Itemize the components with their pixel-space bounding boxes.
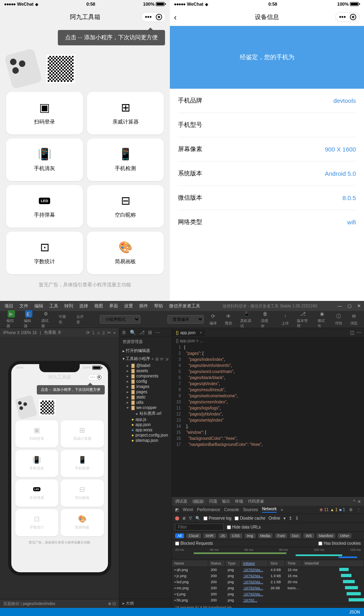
throttle-select[interactable]: Online <box>269 516 280 520</box>
device-select[interactable]: iPhone X 100% 16 <box>3 330 37 335</box>
tree-app.json[interactable]: ●app.json <box>119 422 171 427</box>
card-phone-clean[interactable]: 📳手机清灰 <box>6 139 83 181</box>
editor-tab[interactable]: ◧编辑器 <box>21 309 36 330</box>
menu-dots-icon[interactable]: ••• <box>339 14 346 20</box>
maximize-icon[interactable]: ▢ <box>347 303 352 309</box>
search-net-icon[interactable]: 🔍 <box>195 516 200 520</box>
more-icon[interactable]: » <box>113 330 116 335</box>
tree-assets[interactable]: ▸▇assets <box>119 368 171 373</box>
filter-Manifest[interactable]: Manifest <box>317 533 335 538</box>
capsule-menu[interactable]: ••• <box>335 12 360 22</box>
tree-app.js[interactable]: ●app.js <box>119 417 171 422</box>
blocked-cookies-check[interactable]: Has blocked cookies <box>318 541 361 546</box>
close-window-icon[interactable]: ✕ <box>356 303 362 309</box>
filter-Cloud[interactable]: Cloud <box>186 533 201 538</box>
card-word-count[interactable]: ⊡字数统计 <box>6 232 83 274</box>
tree-project.config.json[interactable]: ●project.config.json <box>119 433 171 438</box>
cut-icon[interactable]: ✂ <box>107 330 111 335</box>
record-icon[interactable] <box>175 516 179 520</box>
more-tab-icon[interactable]: ⋯ <box>155 330 160 335</box>
card-scan-login[interactable]: ▣扫码登录 <box>6 92 83 134</box>
tree-images[interactable]: ▸▇images <box>119 384 171 389</box>
tree-components[interactable]: ▸▇components <box>119 373 171 379</box>
lang-indicator[interactable]: JSON <box>349 610 360 614</box>
filter-Other[interactable]: Other <box>338 533 352 538</box>
error-count[interactable]: ⊗ 11 <box>320 507 328 512</box>
tree-we-cropper[interactable]: ▾▇we-cropper <box>119 405 171 410</box>
rotate-icon[interactable]: ⤵ <box>92 330 95 335</box>
menu-dots-icon[interactable]: ••• <box>145 14 152 20</box>
new-folder-icon[interactable]: ⊞ <box>155 357 159 361</box>
card-drawing[interactable]: 🎨简易画板 <box>87 232 164 274</box>
close-target-icon[interactable] <box>350 14 356 20</box>
network-timeline[interactable]: 20 ms40 ms60 ms80 ms100 ms120 ms <box>172 547 364 560</box>
details-btn[interactable]: ⓘ详情 <box>332 312 345 327</box>
new-file-icon[interactable]: + <box>151 357 154 361</box>
code-area[interactable]: 1234567891011121314151617 { "pages": [ "… <box>172 344 364 497</box>
tree-@babel[interactable]: ▸▇@babel <box>119 363 171 368</box>
close-target-icon[interactable] <box>156 14 162 20</box>
filter-Img[interactable]: Img <box>245 533 256 538</box>
filter-icon[interactable]: ▽ <box>189 516 192 520</box>
visual-tab[interactable]: 可视化 <box>56 313 70 326</box>
net-row-hb.png[interactable]: ▪ hb.png200png:16792... <box>172 597 364 603</box>
card-relative-calc[interactable]: ⊞亲戚计算器 <box>87 92 164 134</box>
hide-urls-check[interactable]: Hide data URLs <box>227 525 261 529</box>
collapse-icon[interactable]: ⇲ <box>165 357 168 361</box>
upload-icon[interactable]: ↥ <box>289 516 292 520</box>
filter-All[interactable]: All <box>175 533 184 538</box>
clear-icon[interactable]: ⊘ <box>182 516 186 520</box>
mode-select[interactable]: 小程序模式 <box>100 315 140 324</box>
capsule-menu[interactable]: ••• <box>141 12 166 22</box>
perf-tab[interactable]: Performance <box>197 507 220 512</box>
card-blank-name[interactable]: ⊟空白昵称 <box>87 185 164 228</box>
refresh-icon[interactable]: ⟳ <box>86 330 90 335</box>
net-row-jc.png[interactable]: ▪ jc.png200png:16792/sta...1.9 kB15 ms <box>172 573 364 579</box>
simulator-tab[interactable]: ▶模拟器 <box>4 309 18 330</box>
info-count[interactable]: ■ 1 <box>339 507 345 512</box>
network-filter-input[interactable] <box>175 524 224 531</box>
wxml-tab[interactable]: Wxml <box>183 507 193 512</box>
tree-pages[interactable]: ▸▇pages <box>119 389 171 394</box>
menu-帮助[interactable]: 帮助 <box>152 302 165 310</box>
terminal-tab[interactable]: 终端 <box>235 499 243 504</box>
qr-code[interactable] <box>47 55 75 83</box>
menu-界面[interactable]: 界面 <box>107 302 121 310</box>
tree-utils[interactable]: ▸▇utils <box>119 400 171 405</box>
breadcrumb[interactable]: {} app.json > ... <box>172 337 364 344</box>
menu-设置[interactable]: 设置 <box>122 302 135 310</box>
simulator-phone[interactable]: 0:54 100% 阿九工具箱 ••• 点击 ··· 添加小程序，下次访问更方便… <box>0 337 119 599</box>
tree-static[interactable]: ▸▇static <box>119 394 171 400</box>
net-row-mc.png[interactable]: ▪ mc.png200png:16792/sta...26 kBtransfer… <box>172 585 364 591</box>
clear-cache-btn[interactable]: 🗑清缓存 <box>258 309 273 330</box>
dock-icon[interactable]: ⋮ <box>357 507 361 512</box>
quality-tab[interactable]: 代码质量 <box>248 499 264 504</box>
menu-转到[interactable]: 转到 <box>62 302 76 310</box>
net-row-qh.png[interactable]: ▪ qh.png200png:16792/sta...4.9 kB15 ms <box>172 567 364 573</box>
filter-CSS[interactable]: CSS <box>230 533 242 538</box>
minimize-icon[interactable]: — <box>337 303 343 309</box>
output-tab[interactable]: 输出 <box>222 499 230 504</box>
filter-XHR[interactable]: XHR <box>203 533 216 538</box>
menu-视图[interactable]: 视图 <box>92 302 106 310</box>
debugger-tab[interactable]: 调试器 <box>175 499 187 504</box>
tree-sitemap.json[interactable]: ●sitemap.json <box>119 438 171 443</box>
card-led-banner[interactable]: LED手持弹幕 <box>6 185 83 228</box>
compile-preset-select[interactable]: 普通编译 <box>167 315 204 324</box>
home-icon[interactable]: ⌂ <box>97 330 100 335</box>
card-phone-detect[interactable]: 📱手机检测 <box>87 139 164 181</box>
messages-btn[interactable]: ✉消息 <box>348 312 360 327</box>
preserve-log-check[interactable]: Preserve log <box>203 516 231 520</box>
preview-btn[interactable]: 👁预览 <box>222 312 235 327</box>
branch-tab-icon[interactable]: ⎇ <box>139 330 145 335</box>
panel-close-icon[interactable]: ✕ <box>358 499 361 504</box>
mobile-icon[interactable]: ▯ <box>102 330 105 335</box>
upload-btn[interactable]: ↑上传 <box>279 312 291 327</box>
test-btn[interactable]: ◉测试号 <box>315 309 329 330</box>
cloud-tab[interactable]: 云开发 <box>74 313 88 326</box>
more-editor-icon[interactable]: ⋯ <box>357 330 362 335</box>
outline-section[interactable]: ▸ 大纲 <box>119 599 171 608</box>
menu-选择[interactable]: 选择 <box>77 302 91 310</box>
real-device-btn[interactable]: 📱真机调试 <box>238 309 255 330</box>
console-tab[interactable]: Console <box>224 507 239 512</box>
